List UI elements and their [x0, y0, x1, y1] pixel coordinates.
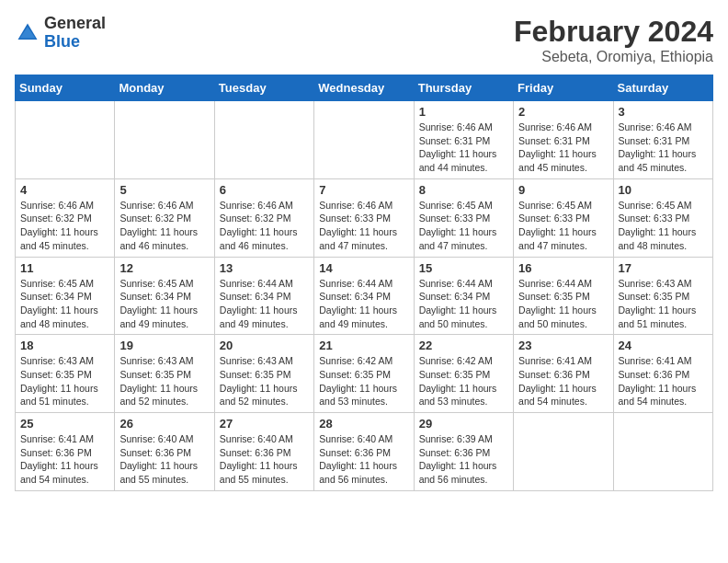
calendar-cell: 28Sunrise: 6:40 AM Sunset: 6:36 PM Dayli… — [314, 413, 414, 491]
logo-text: General Blue — [44, 15, 106, 52]
day-info: Sunrise: 6:42 AM Sunset: 6:35 PM Dayligh… — [419, 354, 508, 408]
location-subtitle: Sebeta, Oromiya, Ethiopia — [514, 49, 713, 65]
calendar-cell: 2Sunrise: 6:46 AM Sunset: 6:31 PM Daylig… — [514, 101, 613, 179]
calendar-day-header: Thursday — [414, 75, 513, 101]
day-number: 21 — [319, 339, 408, 352]
day-number: 3 — [619, 105, 708, 119]
day-info: Sunrise: 6:46 AM Sunset: 6:32 PM Dayligh… — [20, 199, 109, 253]
calendar-week-row: 4Sunrise: 6:46 AM Sunset: 6:32 PM Daylig… — [16, 178, 713, 257]
day-number: 19 — [119, 339, 209, 352]
day-info: Sunrise: 6:46 AM Sunset: 6:31 PM Dayligh… — [518, 121, 608, 175]
day-number: 15 — [419, 261, 508, 275]
day-info: Sunrise: 6:40 AM Sunset: 6:36 PM Dayligh… — [119, 432, 209, 487]
day-info: Sunrise: 6:40 AM Sunset: 6:36 PM Dayligh… — [319, 432, 408, 487]
day-info: Sunrise: 6:44 AM Sunset: 6:34 PM Dayligh… — [319, 277, 408, 331]
calendar-week-row: 11Sunrise: 6:45 AM Sunset: 6:34 PM Dayli… — [16, 257, 713, 335]
day-number: 18 — [20, 339, 109, 352]
day-number: 12 — [119, 261, 209, 275]
calendar-cell: 15Sunrise: 6:44 AM Sunset: 6:34 PM Dayli… — [414, 257, 513, 335]
calendar-cell: 13Sunrise: 6:44 AM Sunset: 6:34 PM Dayli… — [214, 257, 313, 335]
calendar-day-header: Wednesday — [314, 75, 414, 101]
calendar-cell — [514, 413, 613, 491]
day-info: Sunrise: 6:42 AM Sunset: 6:35 PM Dayligh… — [319, 354, 408, 408]
day-info: Sunrise: 6:43 AM Sunset: 6:35 PM Dayligh… — [619, 277, 708, 331]
day-number: 2 — [518, 105, 608, 119]
calendar-cell: 8Sunrise: 6:45 AM Sunset: 6:33 PM Daylig… — [414, 178, 513, 257]
day-info: Sunrise: 6:41 AM Sunset: 6:36 PM Dayligh… — [518, 354, 608, 408]
calendar-cell: 10Sunrise: 6:45 AM Sunset: 6:33 PM Dayli… — [613, 178, 712, 257]
day-number: 29 — [419, 417, 508, 431]
calendar-cell: 18Sunrise: 6:43 AM Sunset: 6:35 PM Dayli… — [16, 335, 115, 413]
title-block: February 2024 Sebeta, Oromiya, Ethiopia — [514, 15, 713, 65]
day-number: 14 — [319, 261, 408, 275]
day-number: 26 — [119, 417, 209, 431]
calendar-cell: 20Sunrise: 6:43 AM Sunset: 6:35 PM Dayli… — [214, 335, 313, 413]
day-info: Sunrise: 6:43 AM Sunset: 6:35 PM Dayligh… — [20, 354, 109, 408]
calendar-week-row: 18Sunrise: 6:43 AM Sunset: 6:35 PM Dayli… — [16, 335, 713, 413]
day-info: Sunrise: 6:46 AM Sunset: 6:31 PM Dayligh… — [619, 121, 708, 175]
day-number: 20 — [220, 339, 309, 352]
calendar-cell: 16Sunrise: 6:44 AM Sunset: 6:35 PM Dayli… — [514, 257, 613, 335]
calendar-cell — [613, 413, 712, 491]
logo-general-text: General — [44, 15, 106, 33]
day-number: 5 — [119, 183, 209, 197]
day-info: Sunrise: 6:45 AM Sunset: 6:33 PM Dayligh… — [619, 199, 708, 253]
day-info: Sunrise: 6:45 AM Sunset: 6:33 PM Dayligh… — [419, 199, 508, 253]
calendar-cell: 21Sunrise: 6:42 AM Sunset: 6:35 PM Dayli… — [314, 335, 414, 413]
calendar-cell: 6Sunrise: 6:46 AM Sunset: 6:32 PM Daylig… — [214, 178, 313, 257]
day-number: 10 — [619, 183, 708, 197]
day-info: Sunrise: 6:45 AM Sunset: 6:33 PM Dayligh… — [518, 199, 608, 253]
day-info: Sunrise: 6:44 AM Sunset: 6:34 PM Dayligh… — [419, 277, 508, 331]
calendar-cell: 1Sunrise: 6:46 AM Sunset: 6:31 PM Daylig… — [414, 101, 513, 179]
calendar-header-row: SundayMondayTuesdayWednesdayThursdayFrid… — [16, 75, 713, 101]
day-number: 4 — [20, 183, 109, 197]
day-number: 17 — [619, 261, 708, 275]
day-number: 9 — [518, 183, 608, 197]
calendar-cell: 25Sunrise: 6:41 AM Sunset: 6:36 PM Dayli… — [16, 413, 115, 491]
day-number: 16 — [518, 261, 608, 275]
calendar-week-row: 1Sunrise: 6:46 AM Sunset: 6:31 PM Daylig… — [16, 101, 713, 179]
day-number: 25 — [20, 417, 109, 431]
day-info: Sunrise: 6:46 AM Sunset: 6:31 PM Dayligh… — [419, 121, 508, 175]
day-info: Sunrise: 6:45 AM Sunset: 6:34 PM Dayligh… — [119, 277, 209, 331]
day-info: Sunrise: 6:44 AM Sunset: 6:35 PM Dayligh… — [518, 277, 608, 331]
calendar-cell: 29Sunrise: 6:39 AM Sunset: 6:36 PM Dayli… — [414, 413, 513, 491]
day-info: Sunrise: 6:46 AM Sunset: 6:32 PM Dayligh… — [220, 199, 309, 253]
logo: General Blue — [15, 15, 106, 52]
calendar-day-header: Saturday — [613, 75, 712, 101]
calendar-cell: 7Sunrise: 6:46 AM Sunset: 6:33 PM Daylig… — [314, 178, 414, 257]
day-info: Sunrise: 6:46 AM Sunset: 6:32 PM Dayligh… — [119, 199, 209, 253]
day-number: 11 — [20, 261, 109, 275]
day-number: 6 — [220, 183, 309, 197]
day-number: 22 — [419, 339, 508, 352]
calendar-week-row: 25Sunrise: 6:41 AM Sunset: 6:36 PM Dayli… — [16, 413, 713, 491]
calendar-cell: 19Sunrise: 6:43 AM Sunset: 6:35 PM Dayli… — [115, 335, 214, 413]
calendar-cell: 3Sunrise: 6:46 AM Sunset: 6:31 PM Daylig… — [613, 101, 712, 179]
calendar-cell: 14Sunrise: 6:44 AM Sunset: 6:34 PM Dayli… — [314, 257, 414, 335]
calendar-cell: 5Sunrise: 6:46 AM Sunset: 6:32 PM Daylig… — [115, 178, 214, 257]
calendar-day-header: Sunday — [16, 75, 115, 101]
calendar-cell: 23Sunrise: 6:41 AM Sunset: 6:36 PM Dayli… — [514, 335, 613, 413]
day-info: Sunrise: 6:41 AM Sunset: 6:36 PM Dayligh… — [20, 432, 109, 487]
calendar-cell: 12Sunrise: 6:45 AM Sunset: 6:34 PM Dayli… — [115, 257, 214, 335]
day-number: 28 — [319, 417, 408, 431]
day-number: 24 — [619, 339, 708, 352]
calendar-cell: 27Sunrise: 6:40 AM Sunset: 6:36 PM Dayli… — [214, 413, 313, 491]
day-info: Sunrise: 6:46 AM Sunset: 6:33 PM Dayligh… — [319, 199, 408, 253]
day-number: 13 — [220, 261, 309, 275]
logo-blue-text: Blue — [44, 33, 106, 52]
calendar-cell: 26Sunrise: 6:40 AM Sunset: 6:36 PM Dayli… — [115, 413, 214, 491]
day-info: Sunrise: 6:41 AM Sunset: 6:36 PM Dayligh… — [619, 354, 708, 408]
day-number: 7 — [319, 183, 408, 197]
calendar-table: SundayMondayTuesdayWednesdayThursdayFrid… — [15, 75, 713, 491]
calendar-cell — [16, 101, 115, 179]
day-number: 27 — [220, 417, 309, 431]
calendar-cell — [214, 101, 313, 179]
calendar-day-header: Monday — [115, 75, 214, 101]
day-number: 23 — [518, 339, 608, 352]
calendar-day-header: Tuesday — [214, 75, 313, 101]
day-info: Sunrise: 6:45 AM Sunset: 6:34 PM Dayligh… — [20, 277, 109, 331]
calendar-cell: 24Sunrise: 6:41 AM Sunset: 6:36 PM Dayli… — [613, 335, 712, 413]
calendar-cell — [314, 101, 414, 179]
day-info: Sunrise: 6:40 AM Sunset: 6:36 PM Dayligh… — [220, 432, 309, 487]
